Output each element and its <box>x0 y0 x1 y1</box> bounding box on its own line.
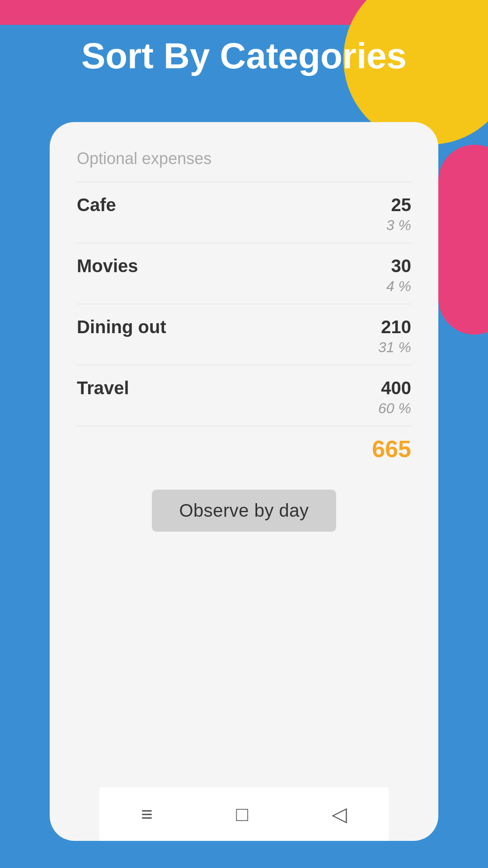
expense-values-dining-out: 210 31 % <box>378 317 411 356</box>
page-title: Sort By Categories <box>0 36 488 76</box>
expense-values-cafe: 25 3 % <box>386 195 411 234</box>
expense-amount-dining-out: 210 <box>378 317 411 337</box>
total-amount: 665 <box>372 435 411 462</box>
total-row: 665 <box>77 426 411 476</box>
page-title-container: Sort By Categories <box>0 36 488 76</box>
back-icon[interactable]: ◁ <box>332 802 347 826</box>
expense-row-dining-out: Dining out 210 31 % <box>77 304 411 365</box>
section-label: Optional expenses <box>77 149 411 168</box>
bottom-nav: ≡ □ ◁ <box>99 787 389 841</box>
pink-shape-decoration <box>438 145 488 335</box>
expense-percent-cafe: 3 % <box>386 217 411 234</box>
expense-percent-movies: 4 % <box>386 278 411 295</box>
expense-amount-movies: 30 <box>386 256 411 276</box>
observe-by-day-button[interactable]: Observe by day <box>152 490 336 532</box>
expense-name-cafe: Cafe <box>77 195 116 215</box>
expense-amount-cafe: 25 <box>386 195 411 215</box>
expense-name-movies: Movies <box>77 256 138 276</box>
expense-percent-dining-out: 31 % <box>378 339 411 356</box>
expense-percent-travel: 60 % <box>378 400 411 417</box>
main-card: Optional expenses Cafe 25 3 % Movies 30 … <box>50 122 438 841</box>
expense-row-movies: Movies 30 4 % <box>77 243 411 304</box>
menu-icon[interactable]: ≡ <box>141 803 153 826</box>
card-content: Optional expenses Cafe 25 3 % Movies 30 … <box>50 122 438 550</box>
expense-amount-travel: 400 <box>378 378 411 398</box>
home-icon[interactable]: □ <box>236 803 249 826</box>
expense-name-travel: Travel <box>77 378 129 398</box>
expense-row-travel: Travel 400 60 % <box>77 365 411 426</box>
expense-name-dining-out: Dining out <box>77 317 166 337</box>
expense-values-travel: 400 60 % <box>378 378 411 417</box>
expense-row-cafe: Cafe 25 3 % <box>77 182 411 243</box>
expense-values-movies: 30 4 % <box>386 256 411 295</box>
